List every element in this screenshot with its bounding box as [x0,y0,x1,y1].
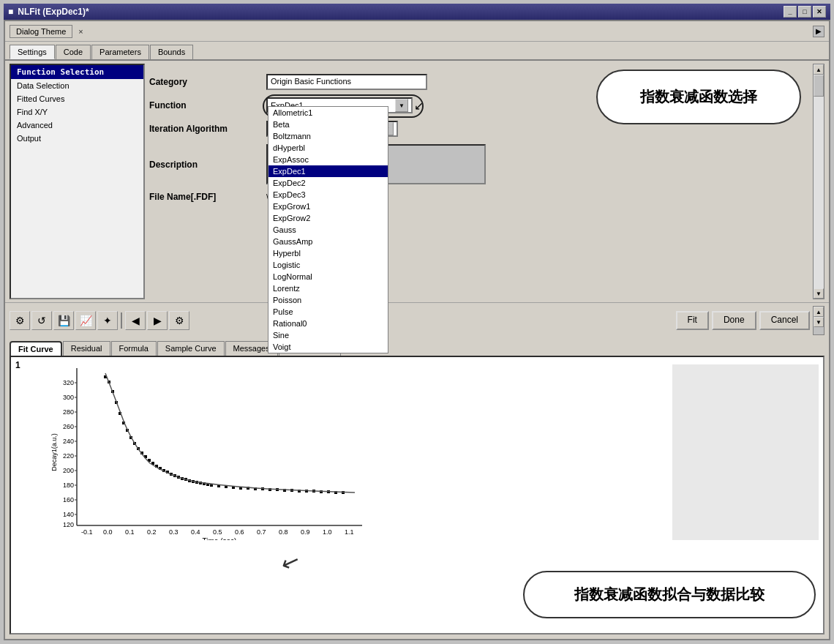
svg-text:0.2: 0.2 [147,528,157,536]
category-label: Category [149,77,266,87]
svg-text:180: 180 [63,482,74,489]
function-dropdown-list: Allometric1 Beta Boltzmann dHyperbl ExpA… [268,106,388,353]
dropdown-hyperbl[interactable]: Hyperbl [268,247,388,259]
svg-text:0.5: 0.5 [213,528,222,536]
dropdown-sine[interactable]: Sine [268,329,388,341]
done-button[interactable]: Done [712,311,756,330]
tab-code[interactable]: Code [56,45,91,59]
svg-text:Decay1(a.u.): Decay1(a.u.) [50,433,58,471]
svg-text:220: 220 [63,452,74,460]
bottom-tab-fit-curve[interactable]: Fit Curve [10,341,62,356]
tab-settings[interactable]: Settings [10,45,55,59]
filename-label: File Name[.FDF] [149,192,266,202]
menu-arrow[interactable]: ▶ [813,26,824,37]
list-item-find-xy[interactable]: Find X/Y [11,105,143,119]
tool-btn-chart[interactable]: 📈 [75,311,96,330]
dropdown-voigt[interactable]: Voigt [268,341,388,353]
svg-text:0.9: 0.9 [301,528,310,536]
svg-text:-0.1: -0.1 [81,528,93,536]
scroll-thumb[interactable] [814,75,824,97]
scroll-down-btn[interactable]: ▼ [814,288,824,299]
category-input[interactable]: Origin Basic Functions [266,74,427,90]
iteration-label: Iteration Algorithm [149,124,266,134]
tab-bounds[interactable]: Bounds [150,45,193,59]
tool-btn-gear[interactable]: ⚙ [169,311,189,330]
annotation-arrow: ↙ [278,547,304,577]
svg-text:320: 320 [63,379,74,386]
close-button[interactable]: ✕ [813,6,826,18]
svg-text:0.4: 0.4 [191,528,200,536]
filename-row: File Name[.FDF] \fitfunc\expdec1.fdf [149,192,808,202]
dropdown-dhyperbl[interactable]: dHyperbl [268,142,388,154]
top-annotation: 指数衰减函数选择 [596,70,801,124]
dropdown-expassoc[interactable]: ExpAssoc [268,154,388,165]
dropdown-lorentz[interactable]: Lorentz [268,282,388,294]
svg-text:0.3: 0.3 [169,528,179,536]
dropdown-boltzmann[interactable]: Boltzmann [268,130,388,142]
left-panel: Function Selection Data Selection Fitted… [10,64,145,299]
svg-text:280: 280 [63,408,74,416]
scroll-up-btn[interactable]: ▲ [814,64,824,75]
dropdown-beta[interactable]: Beta [268,119,388,130]
maximize-button[interactable]: □ [798,6,811,18]
dropdown-pulse[interactable]: Pulse [268,306,388,318]
dropdown-gauss[interactable]: Gauss [268,224,388,236]
dropdown-allometric1[interactable]: Allometric1 [268,107,388,119]
list-item-function-selection[interactable]: Function Selection [11,65,143,79]
right-scrollbar[interactable]: ▲ ▼ [813,64,824,299]
svg-text:0.1: 0.1 [125,528,135,536]
scroll-down-btn2[interactable]: ▼ [814,317,824,327]
dropdown-poisson[interactable]: Poisson [268,294,388,306]
list-item-fitted-curves[interactable]: Fitted Curves [11,92,143,105]
cursor-indicator: ↙ [414,99,424,113]
function-dropdown-arrow[interactable]: ▼ [395,99,408,112]
bottom-tab-residual[interactable]: Residual [63,341,110,356]
description-row: Description [149,144,808,184]
dropdown-expdec1[interactable]: ExpDec1 [268,165,388,177]
window-controls: _ □ ✕ [784,6,826,18]
tool-btn-extra2[interactable]: ▶ [147,311,168,330]
toolbar-right: Fit Done Cancel ▲ ▼ [676,306,824,335]
right-panel: 指数衰减函数选择 Category Origin Basic Functions… [149,64,808,299]
svg-text:260: 260 [63,423,74,430]
dropdown-lognormal[interactable]: LogNormal [268,271,388,282]
svg-text:160: 160 [63,496,74,503]
tab-parameters[interactable]: Parameters [91,45,149,59]
bottom-tabs: Fit Curve Residual Formula Sample Curve … [5,338,829,356]
scroll-track [814,75,824,288]
dropdown-expdec3[interactable]: ExpDec3 [268,189,388,201]
svg-text:1.1: 1.1 [345,528,354,536]
bottom-tab-sample-curve[interactable]: Sample Curve [157,341,225,356]
function-label: Function [149,100,266,111]
window-title: NLFit (ExpDec1)* [18,7,89,17]
dropdown-expgrow2[interactable]: ExpGrow2 [268,212,388,224]
bottom-annotation: 指数衰减函数拟合与数据比较 [523,571,816,618]
chart-number: 1 [15,360,20,370]
dropdown-gaussamp[interactable]: GaussAmp [268,236,388,247]
dialog-theme-close[interactable]: × [78,27,83,36]
dropdown-logistic[interactable]: Logistic [268,259,388,271]
bottom-tab-formula[interactable]: Formula [111,341,157,356]
cancel-button[interactable]: Cancel [759,311,810,330]
tool-btn-save[interactable]: 💾 [53,311,74,330]
dialog-theme-tab[interactable]: Dialog Theme [10,25,72,38]
svg-text:1.0: 1.0 [323,528,332,536]
tool-btn-star[interactable]: ✦ [97,311,118,330]
svg-text:0.8: 0.8 [279,528,288,536]
description-label: Description [149,160,266,170]
tool-btn-2[interactable]: ↺ [31,311,52,330]
menu-bar: Dialog Theme × ▶ [5,21,829,42]
dropdown-expdec2[interactable]: ExpDec2 [268,177,388,189]
list-item-advanced[interactable]: Advanced [11,119,143,132]
scroll-up-btn2[interactable]: ▲ [814,307,824,317]
tool-btn-extra1[interactable]: ◀ [125,311,146,330]
list-item-data-selection[interactable]: Data Selection [11,79,143,92]
svg-text:240: 240 [63,438,74,445]
chart-svg: 320 300 280 260 240 220 200 180 [48,364,369,540]
dropdown-expgrow1[interactable]: ExpGrow1 [268,201,388,212]
fit-button[interactable]: Fit [676,311,709,330]
dropdown-rational0[interactable]: Rational0 [268,318,388,329]
tool-btn-1[interactable]: ⚙ [10,311,30,330]
minimize-button[interactable]: _ [784,6,797,18]
list-item-output[interactable]: Output [11,132,143,145]
